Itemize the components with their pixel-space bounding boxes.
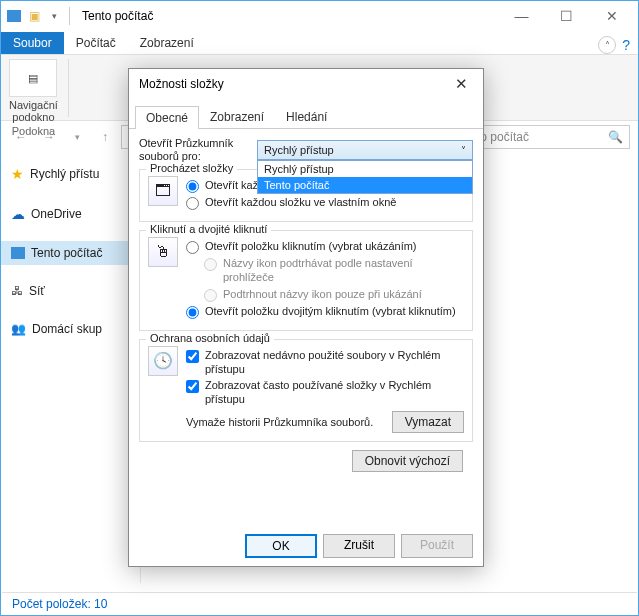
pc-icon: [5, 7, 23, 25]
click-icon: 🖱: [148, 237, 178, 267]
check-recent-files[interactable]: Zobrazovat nedávno použité soubory v Ryc…: [186, 349, 464, 377]
minimize-button[interactable]: —: [499, 2, 544, 30]
sidebar-item-thispc[interactable]: Tento počítač: [1, 241, 140, 265]
checkbox-input[interactable]: [186, 350, 199, 363]
ribbon-separator: [68, 59, 69, 117]
collapse-ribbon-button[interactable]: ˄: [598, 36, 616, 54]
homegroup-icon: 👥: [11, 322, 26, 336]
combo-value: Rychlý přístup: [264, 144, 334, 156]
folder-options-dialog: Možnosti složky ✕ Obecné Zobrazení Hledá…: [128, 68, 484, 567]
status-bar: Počet položek: 10: [2, 592, 637, 614]
help-button[interactable]: ?: [622, 37, 630, 53]
navigation-pane-button[interactable]: ▤: [9, 59, 57, 97]
clear-history-row: Vymaže historii Průzkumníka souborů. Vym…: [186, 411, 464, 433]
checkbox-input[interactable]: [186, 380, 199, 393]
star-icon: ★: [11, 166, 24, 182]
group-legend: Ochrana osobních údajů: [146, 332, 274, 344]
open-for-row: Otevřít Průzkumník souborů pro: Rychlý p…: [139, 137, 473, 163]
tab-search[interactable]: Hledání: [275, 105, 338, 128]
radio-input[interactable]: [186, 241, 199, 254]
search-placeholder: to počítač: [477, 130, 529, 144]
open-for-combobox[interactable]: Rychlý přístup ˅ Rychlý přístup Tento po…: [257, 140, 473, 160]
privacy-icon: 🕓: [148, 346, 178, 376]
restore-row: Obnovit výchozí: [139, 450, 473, 480]
tab-file[interactable]: Soubor: [1, 32, 64, 54]
sidebar-item-network[interactable]: 🖧Síť: [1, 279, 140, 303]
radio-underline-hover: Podtrhnout názvy ikon pouze při ukázání: [204, 288, 464, 302]
privacy-group: Ochrana osobních údajů 🕓 Zobrazovat nedá…: [139, 339, 473, 442]
group-legend: Kliknutí a dvojité kliknutí: [146, 223, 271, 235]
dialog-titlebar: Možnosti složky ✕: [129, 69, 483, 99]
radio-input[interactable]: [186, 180, 199, 193]
forward-button[interactable]: →: [37, 125, 61, 149]
window-controls: — ☐ ✕: [499, 2, 634, 30]
clear-history-label: Vymaže historii Průzkumníka souborů.: [186, 416, 373, 428]
folder-icon[interactable]: ▣: [25, 7, 43, 25]
tab-computer[interactable]: Počítač: [64, 32, 128, 54]
chevron-down-icon: ˅: [461, 145, 466, 156]
dialog-tabs: Obecné Zobrazení Hledání: [129, 105, 483, 129]
close-button[interactable]: ✕: [589, 2, 634, 30]
radio-underline-browser: Názvy ikon podtrhávat podle nastavení pr…: [204, 257, 464, 285]
sidebar-item-label: OneDrive: [31, 207, 82, 221]
combo-option[interactable]: Tento počítač: [258, 177, 472, 193]
titlebar: ▣ ▾ Tento počítač — ☐ ✕: [1, 1, 638, 31]
radio-input[interactable]: [186, 306, 199, 319]
dialog-buttons: OK Zrušit Použít: [129, 526, 483, 566]
dialog-title: Možnosti složky: [139, 77, 224, 91]
navigation-pane-label: Navigační podokno: [9, 99, 58, 123]
clear-button[interactable]: Vymazat: [392, 411, 464, 433]
radio-own-window[interactable]: Otevřít každou složku ve vlastním okně: [186, 196, 464, 210]
browse-icon: 🗔: [148, 176, 178, 206]
pc-icon: [11, 247, 25, 259]
sidebar-item-onedrive[interactable]: ☁OneDrive: [1, 201, 140, 227]
search-input[interactable]: to počítač 🔍: [470, 125, 630, 149]
sidebar-item-homegroup[interactable]: 👥Domácí skup: [1, 317, 140, 341]
check-frequent-folders[interactable]: Zobrazovat často používané složky v Rych…: [186, 379, 464, 407]
up-button[interactable]: ↑: [93, 125, 117, 149]
network-icon: 🖧: [11, 284, 23, 298]
sidebar-item-label: Domácí skup: [32, 322, 102, 336]
history-dropdown-icon[interactable]: ▾: [65, 125, 89, 149]
dialog-body: Otevřít Průzkumník souborů pro: Rychlý p…: [129, 129, 483, 526]
maximize-button[interactable]: ☐: [544, 2, 589, 30]
sidebar-item-label: Síť: [29, 284, 45, 298]
dialog-close-button[interactable]: ✕: [449, 72, 473, 96]
restore-defaults-button[interactable]: Obnovit výchozí: [352, 450, 463, 472]
window-title: Tento počítač: [82, 9, 153, 23]
qat-dropdown-icon[interactable]: ▾: [45, 7, 63, 25]
sidebar: ★Rychlý přístu ☁OneDrive Tento počítač 🖧…: [1, 153, 141, 583]
tab-view[interactable]: Zobrazení: [199, 105, 275, 128]
radio-single-click[interactable]: Otevřít položku kliknutím (vybrat ukázán…: [186, 240, 464, 254]
ribbon-tabs: Soubor Počítač Zobrazení ˄ ?: [1, 31, 638, 55]
sidebar-item-quickaccess[interactable]: ★Rychlý přístu: [1, 161, 140, 187]
divider: [69, 7, 70, 25]
sidebar-item-label: Rychlý přístu: [30, 167, 99, 181]
radio-input: [204, 289, 217, 302]
tab-view[interactable]: Zobrazení: [128, 32, 206, 54]
group-legend: Procházet složky: [146, 162, 237, 174]
combo-option[interactable]: Rychlý přístup: [258, 161, 472, 177]
apply-button[interactable]: Použít: [401, 534, 473, 558]
cloud-icon: ☁: [11, 206, 25, 222]
click-group: Kliknutí a dvojité kliknutí 🖱 Otevřít po…: [139, 230, 473, 331]
search-icon: 🔍: [608, 130, 623, 144]
tab-general[interactable]: Obecné: [135, 106, 199, 129]
radio-input: [204, 258, 217, 271]
radio-double-click[interactable]: Otevřít položku dvojitým kliknutím (vybr…: [186, 305, 464, 319]
combo-dropdown-list: Rychlý přístup Tento počítač: [257, 160, 473, 194]
open-for-label: Otevřít Průzkumník souborů pro:: [139, 137, 249, 163]
ok-button[interactable]: OK: [245, 534, 317, 558]
quick-access-toolbar: ▣ ▾: [5, 7, 74, 25]
back-button[interactable]: ←: [9, 125, 33, 149]
cancel-button[interactable]: Zrušit: [323, 534, 395, 558]
radio-input[interactable]: [186, 197, 199, 210]
sidebar-item-label: Tento počítač: [31, 246, 102, 260]
item-count: Počet položek: 10: [12, 597, 107, 611]
